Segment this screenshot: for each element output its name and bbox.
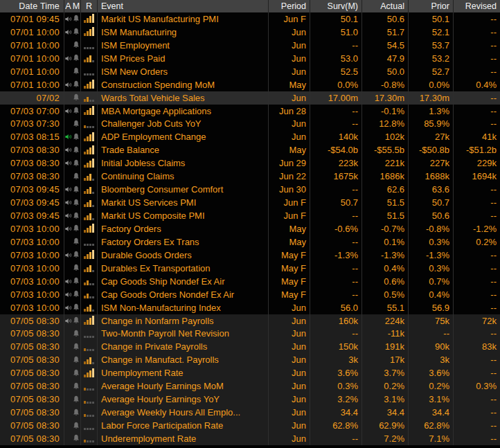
table-row[interactable]: 07/02 Wards Total Vehicle Sales Jun 17.0… (0, 91, 500, 105)
alert-bell-icon[interactable] (72, 196, 81, 209)
alert-bell-icon[interactable] (72, 143, 81, 156)
alert-bell-icon[interactable] (72, 105, 81, 118)
event-name[interactable]: Trade Balance (98, 143, 269, 156)
alert-bell-icon[interactable] (72, 406, 81, 419)
alert-bell-icon[interactable] (72, 379, 81, 393)
event-name[interactable]: Bloomberg Consumer Comfort (98, 183, 269, 196)
table-row[interactable]: 07/05 08:30 Change in Private Payrolls J… (0, 340, 500, 353)
audio-speaker-icon[interactable] (64, 78, 72, 91)
event-name[interactable]: Markit US Composite PMI (98, 209, 269, 222)
table-row[interactable]: 07/03 08:30 Trade Balance May -$54.0b -$… (0, 143, 500, 156)
table-row[interactable]: 07/01 10:00 ISM New Orders Jun 52.5 50.0… (0, 65, 500, 78)
event-name[interactable]: Continuing Claims (98, 170, 269, 183)
table-row[interactable]: 07/03 10:00 Durable Goods Orders May F -… (0, 249, 500, 262)
alert-bell-icon[interactable] (72, 314, 81, 328)
event-name[interactable]: Average Hourly Earnings MoM (98, 379, 269, 393)
table-row[interactable]: 07/05 08:30 Underemployment Rate Jun -- … (0, 432, 500, 445)
audio-speaker-icon[interactable] (64, 301, 72, 314)
alert-bell-icon[interactable] (72, 366, 81, 379)
table-row[interactable]: 07/03 10:00 Factory Orders Ex Trans May … (0, 235, 500, 249)
event-name[interactable]: Markit US Services PMI (98, 196, 269, 209)
alert-bell-icon[interactable] (72, 65, 81, 78)
table-row[interactable]: 07/03 09:45 Markit US Composite PMI Jun … (0, 209, 500, 222)
alert-bell-icon[interactable] (72, 340, 81, 353)
alert-bell-icon[interactable] (72, 432, 81, 445)
alert-bell-icon[interactable] (72, 156, 81, 170)
event-name[interactable]: Challenger Job Cuts YoY (98, 118, 269, 131)
alert-bell-icon[interactable] (72, 183, 81, 196)
event-name[interactable]: Durable Goods Orders (98, 249, 269, 262)
event-name[interactable]: Durables Ex Transportation (98, 262, 269, 275)
table-row[interactable]: 07/03 10:00 Cap Goods Orders Nondef Ex A… (0, 288, 500, 301)
event-name[interactable]: Change in Manufact. Payrolls (98, 353, 269, 366)
table-row[interactable]: 07/03 07:00 MBA Mortgage Applications Ju… (0, 105, 500, 118)
event-name[interactable]: ISM Non-Manufacturing Index (98, 301, 269, 314)
event-name[interactable]: Construction Spending MoM (98, 78, 269, 91)
event-name[interactable]: Factory Orders (98, 222, 269, 235)
alert-bell-icon[interactable] (72, 209, 81, 222)
event-name[interactable]: ISM Manufacturing (98, 26, 269, 39)
table-row[interactable]: 07/03 10:00 Durables Ex Transportation M… (0, 262, 500, 275)
column-header-revised[interactable]: Revised (454, 0, 500, 12)
table-row[interactable]: 07/01 09:45 Markit US Manufacturing PMI … (0, 12, 500, 26)
audio-speaker-icon[interactable] (64, 26, 72, 39)
table-row[interactable]: 07/03 08:30 Initial Jobless Claims Jun 2… (0, 156, 500, 170)
event-name[interactable]: Unemployment Rate (98, 366, 269, 379)
column-header-audio[interactable]: A (64, 0, 72, 12)
table-row[interactable]: 07/05 08:30 Labor Force Participation Ra… (0, 419, 500, 432)
column-header-actual[interactable]: Actual (362, 0, 409, 12)
audio-speaker-icon[interactable] (64, 105, 72, 118)
alert-bell-icon[interactable] (72, 328, 81, 341)
alert-bell-icon[interactable] (72, 91, 81, 105)
audio-speaker-icon[interactable] (64, 130, 72, 143)
audio-speaker-icon[interactable] (64, 275, 72, 288)
alert-bell-icon[interactable] (72, 235, 81, 249)
audio-speaker-icon[interactable] (64, 222, 72, 235)
event-name[interactable]: Wards Total Vehicle Sales (98, 91, 269, 105)
column-header-relevance[interactable]: R (81, 0, 98, 12)
table-row[interactable]: 07/01 10:00 Construction Spending MoM Ma… (0, 78, 500, 91)
audio-speaker-icon[interactable] (64, 52, 72, 65)
audio-speaker-icon[interactable] (64, 143, 72, 156)
column-header-period[interactable]: Period (269, 0, 310, 12)
event-name[interactable]: Underemployment Rate (98, 432, 269, 445)
table-row[interactable]: 07/05 08:30 Change in Manufact. Payrolls… (0, 353, 500, 366)
audio-speaker-icon[interactable] (64, 183, 72, 196)
alert-bell-icon[interactable] (72, 12, 81, 26)
audio-speaker-icon[interactable] (64, 196, 72, 209)
audio-speaker-icon[interactable] (64, 249, 72, 262)
alert-bell-icon[interactable] (72, 170, 81, 183)
table-row[interactable]: 07/05 08:30 Average Hourly Earnings MoM … (0, 379, 500, 393)
column-header-date-time[interactable]: Date Time (0, 0, 64, 12)
event-name[interactable]: Average Weekly Hours All Emplo... (98, 406, 269, 419)
event-name[interactable]: Factory Orders Ex Trans (98, 235, 269, 249)
alert-bell-icon[interactable] (72, 78, 81, 91)
alert-bell-icon[interactable] (72, 262, 81, 275)
event-name[interactable]: Cap Goods Orders Nondef Ex Air (98, 288, 269, 301)
table-row[interactable]: 07/01 10:00 ISM Employment Jun -- 54.5 5… (0, 39, 500, 52)
table-row[interactable]: 07/05 08:30 Average Hourly Earnings YoY … (0, 393, 500, 406)
alert-bell-icon[interactable] (72, 249, 81, 262)
column-header-alert[interactable]: M (72, 0, 81, 12)
alert-bell-icon[interactable] (72, 419, 81, 432)
audio-speaker-icon[interactable] (64, 288, 72, 301)
alert-bell-icon[interactable] (72, 393, 81, 406)
event-name[interactable]: ADP Employment Change (98, 130, 269, 143)
table-row[interactable]: 07/03 10:00 ISM Non-Manufacturing Index … (0, 301, 500, 314)
alert-bell-icon[interactable] (72, 301, 81, 314)
audio-speaker-icon[interactable] (64, 12, 72, 26)
table-row[interactable]: 07/05 08:30 Unemployment Rate Jun 3.6% 3… (0, 366, 500, 379)
table-row[interactable]: 07/05 08:30 Change in Nonfarm Payrolls J… (0, 314, 500, 328)
table-row[interactable]: 07/05 08:30 Average Weekly Hours All Emp… (0, 406, 500, 419)
column-header-event[interactable]: Event (98, 0, 269, 12)
table-row[interactable]: 07/03 08:15 ADP Employment Change Jun 14… (0, 130, 500, 143)
event-name[interactable]: Labor Force Participation Rate (98, 419, 269, 432)
column-header-prior[interactable]: Prior (409, 0, 454, 12)
table-row[interactable]: 07/03 10:00 Factory Orders May -0.6% -0.… (0, 222, 500, 235)
alert-bell-icon[interactable] (72, 222, 81, 235)
table-row[interactable]: 07/01 10:00 ISM Manufacturing Jun 51.0 5… (0, 26, 500, 39)
event-name[interactable]: MBA Mortgage Applications (98, 105, 269, 118)
table-row[interactable]: 07/01 10:00 ISM Prices Paid Jun 53.0 47.… (0, 52, 500, 65)
alert-bell-icon[interactable] (72, 52, 81, 65)
table-row[interactable]: 07/03 07:30 Challenger Job Cuts YoY Jun … (0, 118, 500, 131)
